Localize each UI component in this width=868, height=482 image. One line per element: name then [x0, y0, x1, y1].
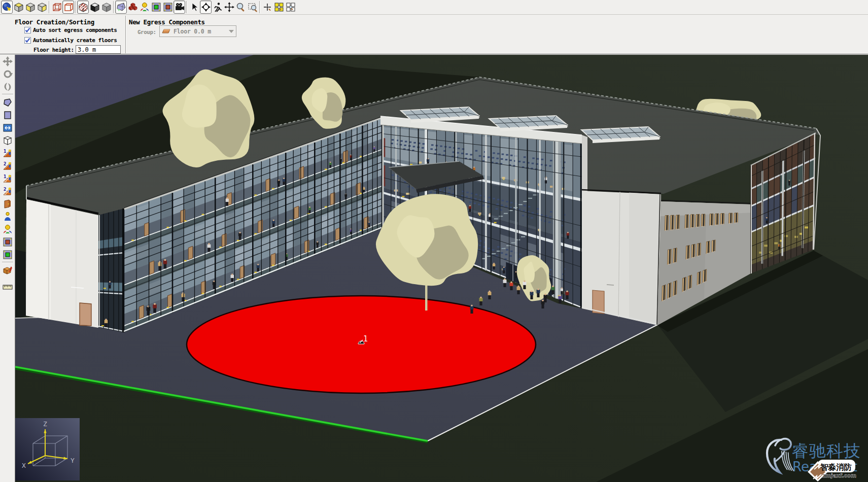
two-way-escalator-button[interactable]: 2	[1, 185, 14, 197]
show-rooms-icon	[151, 2, 161, 12]
add-door-icon	[3, 199, 13, 209]
add-occupant-icon	[3, 212, 13, 222]
atrium-corner-return	[582, 135, 587, 192]
viewport-3d[interactable]: 1ZYX睿驰科技Reachsoft智淼消防zmjaxf.com	[15, 55, 868, 482]
toolbar-separator	[259, 1, 260, 13]
auto-sort-checkbox[interactable]	[24, 27, 31, 33]
show-terrain-icon	[116, 2, 126, 12]
group-combobox[interactable]: Floor 0.0 m	[159, 25, 236, 37]
pan-view-button[interactable]	[1, 55, 14, 67]
wireframe-view-icon	[52, 2, 62, 12]
wireframe-view-button[interactable]	[51, 1, 62, 14]
reset-view-button[interactable]	[273, 1, 285, 14]
orbit-tool-button[interactable]	[200, 1, 212, 14]
red-zone[interactable]	[187, 296, 536, 393]
select-objects-icon	[2, 2, 12, 12]
badge-domain: zmjaxf.com	[822, 472, 856, 478]
zoom-tool-button[interactable]	[235, 1, 247, 14]
two-way-escalator-icon: 2	[3, 186, 13, 196]
svg-text:2: 2	[4, 161, 6, 166]
show-construction-button[interactable]	[77, 1, 89, 14]
toolbar-separator	[75, 1, 76, 13]
chevron-down-icon	[229, 30, 234, 33]
svg-text:1: 1	[4, 174, 6, 179]
badge-cn: 智淼消防	[820, 463, 852, 472]
group-label: Group:	[137, 29, 156, 36]
reset-view-icon	[274, 2, 284, 12]
show-doors-button[interactable]	[162, 1, 173, 14]
show-terrain-button[interactable]	[115, 1, 127, 14]
svg-text:Z: Z	[43, 420, 47, 428]
add-occupant-button[interactable]	[1, 210, 14, 223]
auto-create-checkbox-row: Automatically create floors	[24, 37, 117, 44]
fit-view-button[interactable]	[285, 1, 296, 14]
checkmark-icon	[25, 38, 30, 43]
wireframe-shaded-view-button[interactable]	[62, 1, 74, 14]
select-objects-button[interactable]	[1, 1, 13, 14]
draw-polygon-button[interactable]	[1, 96, 14, 109]
floor-height-input[interactable]	[76, 45, 121, 54]
svg-text:Y: Y	[71, 457, 75, 464]
zoom-box-tool-button[interactable]	[247, 1, 258, 14]
show-solid-button[interactable]	[89, 1, 100, 14]
show-rooms-button[interactable]	[150, 1, 162, 14]
toolbar-separator	[186, 1, 187, 13]
floor-panel-title: Floor Creation/Sorting	[15, 18, 94, 26]
checkmark-icon	[25, 27, 30, 33]
svg-text:X: X	[22, 462, 26, 469]
zoom-to-point-button[interactable]	[261, 1, 273, 14]
add-room-door-button[interactable]	[1, 235, 14, 248]
roam-view-button[interactable]	[1, 80, 14, 93]
measure-tool-icon	[3, 123, 13, 133]
one-way-stair-button[interactable]: 1	[1, 147, 14, 159]
select-faces-top-button[interactable]	[13, 1, 24, 14]
toolbar-separator	[2, 262, 13, 263]
auto-create-label: Automatically create floors	[33, 37, 117, 44]
scene-canvas[interactable]: 1ZYX睿驰科技Reachsoft智淼消防zmjaxf.com	[15, 55, 868, 482]
walk-tool-button[interactable]	[212, 1, 223, 14]
orbit-view-button[interactable]	[1, 67, 14, 80]
select-faces-front-button[interactable]	[36, 1, 48, 14]
add-room-door-icon	[3, 237, 13, 247]
measure-distance-button[interactable]	[1, 281, 14, 293]
show-occupants-icon	[140, 2, 150, 12]
ground-shadow-left	[15, 250, 26, 319]
add-room-button[interactable]	[1, 248, 14, 261]
two-way-stair-icon: 2	[3, 161, 13, 171]
show-obstructions-button[interactable]	[127, 1, 138, 14]
select-faces-top-icon	[14, 2, 24, 12]
toolbar-separator	[49, 1, 50, 13]
auto-create-checkbox[interactable]	[24, 37, 31, 44]
show-obstructions-icon	[128, 2, 138, 12]
watermark-brand-cn: 睿驰科技	[792, 441, 861, 461]
pathfinder-app: { "toolbar": { "buttons": [ {"name":"sel…	[0, 0, 868, 482]
draw-box-button[interactable]	[1, 134, 14, 147]
two-way-stair-button[interactable]: 2	[1, 159, 14, 172]
extract-floor-button[interactable]	[1, 264, 14, 277]
corner-glass	[98, 209, 124, 332]
select-tool-button[interactable]	[188, 1, 200, 14]
show-gray-button[interactable]	[100, 1, 112, 14]
show-doors-icon	[163, 2, 173, 12]
draw-rectangle-button[interactable]	[1, 109, 14, 121]
side-toolbar: 1 2 1 2	[0, 55, 15, 482]
marker-label: 1	[363, 334, 368, 343]
show-cameras-icon	[175, 2, 185, 12]
show-cameras-button[interactable]	[173, 1, 185, 14]
one-way-escalator-button[interactable]: 1	[1, 172, 14, 185]
measure-tool-button[interactable]	[1, 121, 14, 134]
add-door-button[interactable]	[1, 197, 14, 210]
floor-height-label: Floor height:	[33, 47, 74, 53]
add-room-icon	[3, 250, 13, 260]
ribbon: Floor Creation/Sorting Auto sort egress …	[0, 15, 868, 54]
pan-tool-icon	[224, 2, 234, 12]
select-faces-side-button[interactable]	[24, 1, 36, 14]
zoom-to-point-icon	[262, 2, 272, 12]
ribbon-divider	[125, 16, 126, 53]
floor-icon	[162, 28, 171, 35]
pan-tool-button[interactable]	[223, 1, 235, 14]
show-occupants-button[interactable]	[138, 1, 150, 14]
add-occupant-group-button[interactable]	[1, 223, 14, 235]
fit-view-icon	[286, 2, 296, 12]
draw-box-icon	[3, 135, 13, 146]
